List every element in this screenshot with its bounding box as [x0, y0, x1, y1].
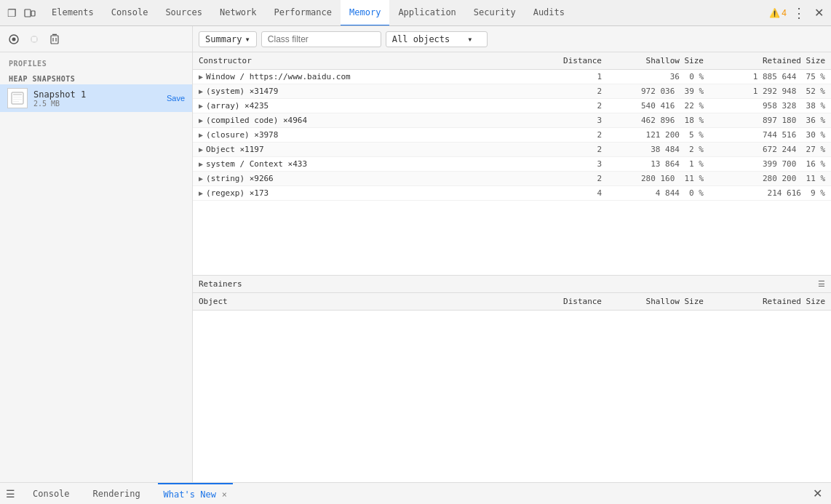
expand-arrow-icon[interactable]: ▶ — [199, 116, 203, 124]
svg-rect-13 — [13, 99, 22, 100]
td-shallow: 121 200 5 % — [608, 128, 709, 143]
tab-performance[interactable]: Performance — [266, 0, 341, 25]
td-constructor: ▶(closure) ×3978 — [193, 128, 542, 143]
expand-arrow-icon[interactable]: ▶ — [199, 160, 203, 168]
th-shallow-size[interactable]: Shallow Size — [608, 52, 709, 70]
table-row[interactable]: ▶Object ×1197 2 38 484 2 % 672 244 27 % — [193, 143, 831, 157]
td-shallow: 4 844 0 % — [608, 186, 709, 201]
start-recording-button[interactable] — [26, 31, 42, 47]
save-button[interactable]: Save — [167, 94, 185, 103]
constructor-table-container: Constructor Distance Shallow Size Retain… — [193, 52, 831, 275]
more-tabs-button[interactable]: ⋮ — [790, 2, 808, 24]
tab-sources[interactable]: Sources — [156, 0, 211, 25]
tab-application[interactable]: Application — [389, 0, 464, 25]
th-retainer-shallow[interactable]: Shallow Size — [608, 293, 709, 311]
device-toggle-icon[interactable] — [21, 4, 39, 22]
svg-rect-5 — [32, 37, 36, 41]
table-row[interactable]: ▶Window / https://www.baidu.com 1 36 0 %… — [193, 70, 831, 84]
whats-new-close-icon[interactable]: × — [222, 489, 227, 500]
tab-elements[interactable]: Elements — [43, 0, 103, 25]
td-shallow: 972 036 39 % — [608, 84, 709, 99]
td-distance: 1 — [542, 70, 608, 84]
right-panel: Summary ▾ All objects ▾ Constructor Dist… — [193, 26, 831, 482]
retainers-menu-icon[interactable]: ☰ — [818, 279, 825, 289]
warning-badge[interactable]: ⚠️ 4 — [769, 8, 787, 18]
th-distance[interactable]: Distance — [542, 52, 608, 70]
table-row[interactable]: ▶(closure) ×3978 2 121 200 5 % 744 516 3… — [193, 128, 831, 143]
tab-security[interactable]: Security — [465, 0, 525, 25]
td-distance: 3 — [542, 157, 608, 172]
td-retained: 399 700 16 % — [709, 157, 831, 172]
devtools-icons: ❐ — [0, 4, 43, 22]
bottom-tab-console[interactable]: Console — [27, 483, 76, 505]
bottom-tab-whats-new[interactable]: What's New × — [158, 483, 233, 505]
bottom-right-close: ✕ — [810, 484, 825, 503]
td-constructor: ▶(system) ×31479 — [193, 84, 542, 99]
th-retainer-object[interactable]: Object — [193, 293, 542, 311]
td-shallow: 540 416 22 % — [608, 99, 709, 113]
svg-rect-14 — [13, 101, 19, 102]
td-retained: 1 885 644 75 % — [709, 70, 831, 84]
th-retainer-distance[interactable]: Distance — [542, 293, 608, 311]
retainers-table-container: Object Distance Shallow Size Retained Si… — [193, 293, 831, 482]
th-constructor[interactable]: Constructor — [193, 52, 542, 70]
hamburger-icon[interactable]: ☰ — [6, 488, 15, 500]
td-distance: 2 — [542, 84, 608, 99]
table-row[interactable]: ▶(array) ×4235 2 540 416 22 % 958 328 38… — [193, 99, 831, 113]
td-distance: 4 — [542, 186, 608, 201]
table-row[interactable]: ▶(regexp) ×173 4 4 844 0 % 214 616 9 % — [193, 186, 831, 201]
main-tab-list: ElementsConsoleSourcesNetworkPerformance… — [43, 0, 573, 25]
expand-arrow-icon[interactable]: ▶ — [199, 131, 203, 139]
class-filter-input[interactable] — [261, 31, 381, 47]
snapshot-info: Snapshot 1 2.5 MB — [33, 89, 161, 108]
snapshot-item[interactable]: Snapshot 1 2.5 MB Save — [0, 84, 192, 112]
td-shallow: 38 484 2 % — [608, 143, 709, 157]
td-retained: 958 328 38 % — [709, 99, 831, 113]
th-retainer-retained[interactable]: Retained Size — [709, 293, 831, 311]
sidebar: Profiles HEAP SNAPSHOTS Snapshot 1 2.5 M… — [0, 26, 193, 482]
bottom-tab-rendering[interactable]: Rendering — [87, 483, 146, 505]
tab-console[interactable]: Console — [103, 0, 157, 25]
take-heap-snapshot-button[interactable] — [6, 31, 22, 47]
warning-count: 4 — [782, 8, 787, 18]
summary-label: Summary — [205, 34, 242, 44]
table-row[interactable]: ▶(string) ×9266 2 280 160 11 % 280 200 1… — [193, 172, 831, 186]
panel-toolbar: Summary ▾ All objects ▾ — [193, 26, 831, 52]
snapshot-size: 2.5 MB — [33, 100, 161, 108]
td-retained: 214 616 9 % — [709, 186, 831, 201]
td-constructor: ▶(array) ×4235 — [193, 99, 542, 113]
all-objects-label: All objects — [392, 34, 450, 44]
table-row[interactable]: ▶(system) ×31479 2 972 036 39 % 1 292 94… — [193, 84, 831, 99]
table-row[interactable]: ▶(compiled code) ×4964 3 462 896 18 % 89… — [193, 113, 831, 128]
td-distance: 2 — [542, 99, 608, 113]
svg-rect-12 — [13, 97, 22, 97]
main-content: Profiles HEAP SNAPSHOTS Snapshot 1 2.5 M… — [0, 26, 831, 482]
table-row[interactable]: ▶system / Context ×433 3 13 864 1 % 399 … — [193, 157, 831, 172]
td-shallow: 462 896 18 % — [608, 113, 709, 128]
td-distance: 2 — [542, 172, 608, 186]
th-retained-size[interactable]: Retained Size — [709, 52, 831, 70]
expand-arrow-icon[interactable]: ▶ — [199, 73, 203, 81]
tab-audits[interactable]: Audits — [525, 0, 573, 25]
td-constructor: ▶Window / https://www.baidu.com — [193, 70, 542, 84]
close-bottom-panel-button[interactable]: ✕ — [810, 484, 825, 503]
summary-dropdown[interactable]: Summary ▾ — [199, 31, 257, 47]
dock-icon[interactable]: ❐ — [4, 4, 20, 22]
close-devtools-button[interactable]: ✕ — [811, 3, 827, 23]
expand-arrow-icon[interactable]: ▶ — [199, 102, 203, 110]
expand-arrow-icon[interactable]: ▶ — [199, 145, 203, 153]
all-objects-dropdown[interactable]: All objects ▾ — [386, 31, 488, 47]
tab-network[interactable]: Network — [211, 0, 266, 25]
td-shallow: 280 160 11 % — [608, 172, 709, 186]
whats-new-label: What's New — [164, 489, 216, 500]
td-shallow: 13 864 1 % — [608, 157, 709, 172]
svg-rect-1 — [31, 11, 35, 16]
td-retained: 672 244 27 % — [709, 143, 831, 157]
sidebar-toolbar — [0, 26, 192, 52]
clear-profiles-button[interactable] — [47, 31, 63, 47]
all-objects-arrow-icon: ▾ — [467, 34, 472, 44]
expand-arrow-icon[interactable]: ▶ — [199, 189, 203, 197]
expand-arrow-icon[interactable]: ▶ — [199, 175, 203, 183]
tab-memory[interactable]: Memory — [341, 0, 389, 25]
expand-arrow-icon[interactable]: ▶ — [199, 87, 203, 95]
